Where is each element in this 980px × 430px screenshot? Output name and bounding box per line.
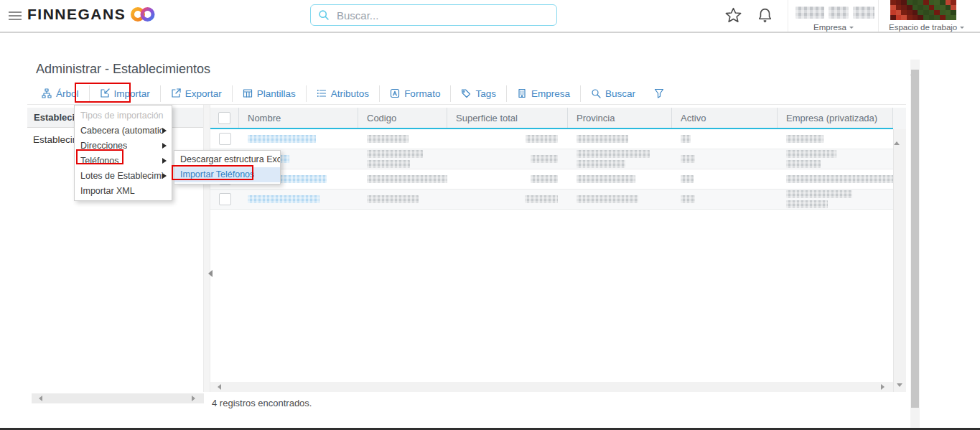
sidebar-collapse-strip[interactable] (203, 105, 210, 392)
redacted-text (531, 155, 558, 163)
table-vertical-scrollbar[interactable] (893, 129, 906, 392)
records-table: NombreCodigoSuperficie totalProvinciaAct… (210, 108, 906, 392)
menu-item-telefonos[interactable]: Teléfonos (75, 154, 172, 169)
building-icon (517, 88, 527, 98)
toolbar-button-formato[interactable]: Formato (379, 85, 450, 102)
toolbar-button-label: Importar (114, 88, 150, 99)
workspace-switcher[interactable]: Espacio de trabajo (889, 23, 964, 32)
redacted-text (367, 175, 447, 183)
top-bar: FINNEGANS (0, 0, 980, 33)
menu-item-lotes-de-establecimientos[interactable]: Lotes de Establecimientos (75, 169, 172, 184)
column-header-provincia[interactable]: Provincia (568, 108, 672, 128)
import-menu-items: Cabecera (automatico)DireccionesTeléfono… (75, 123, 172, 199)
table-row[interactable] (210, 190, 893, 210)
table-row[interactable] (210, 149, 893, 169)
filter-button[interactable] (645, 85, 673, 101)
redacted-text (577, 135, 628, 143)
search-icon (318, 9, 330, 21)
submenu-arrow-icon (162, 158, 169, 164)
cell-provincia (568, 129, 672, 149)
menu-item-label: Teléfonos (80, 156, 119, 166)
redacted-text (577, 195, 638, 203)
column-header-codigo[interactable]: Codigo (358, 108, 447, 128)
column-header-empresa-privatizada[interactable]: Empresa (privatizada) (778, 108, 893, 128)
toolbar-button-arbol[interactable]: Árbol (32, 85, 89, 102)
infinity-logo-icon (130, 6, 156, 22)
menu-item-cabecera-automatico[interactable]: Cabecera (automatico) (75, 123, 172, 139)
cell-empresa (778, 169, 893, 189)
redacted-text (681, 155, 695, 163)
toolbar-button-label: Exportar (185, 88, 222, 99)
cell-empresa (778, 129, 893, 149)
submenu-item-importar-telefonos[interactable]: Importar Teléfonos (174, 167, 280, 182)
sidebar-horizontal-scrollbar[interactable] (32, 393, 204, 403)
redacted-text (525, 195, 558, 203)
select-all-checkbox[interactable] (218, 112, 230, 124)
column-header-nombre[interactable]: Nombre (239, 108, 358, 128)
row-checkbox[interactable] (219, 193, 231, 205)
cell-nombre[interactable] (239, 129, 358, 149)
redacted-text (681, 175, 694, 183)
redacted-text (367, 150, 423, 158)
redacted-text (367, 160, 410, 168)
toolbar-button-plantillas[interactable]: Plantillas (232, 85, 306, 102)
page-vertical-scrollbar[interactable] (910, 60, 920, 430)
menu-item-label: Descargar estructura Excel (180, 155, 280, 164)
scroll-left-icon (215, 384, 221, 390)
toolbar-button-label: Plantillas (257, 88, 296, 99)
column-header-superficie-total[interactable]: Superficie total (447, 108, 568, 128)
format-icon (390, 88, 400, 98)
toolbar-button-atributos[interactable]: Atributos (306, 85, 379, 102)
scroll-left-icon (36, 396, 42, 401)
cell-empresa (778, 190, 893, 209)
header-divider (788, 0, 788, 32)
toolbar-button-label: Árbol (56, 88, 79, 99)
cell-nombre[interactable] (239, 190, 358, 209)
cell-codigo (358, 190, 447, 209)
workspace-switcher-label: Espacio de trabajo (889, 23, 957, 32)
toolbar-button-exportar[interactable]: Exportar (160, 85, 232, 102)
redacted-text (786, 135, 823, 143)
toolbar-button-empresa[interactable]: Empresa (506, 85, 580, 102)
toolbar-button-label: Tags (475, 88, 496, 99)
submenu-arrow-icon (162, 173, 169, 179)
toolbar-button-buscar[interactable]: Buscar (580, 85, 645, 102)
redacted-text (577, 150, 650, 158)
redacted-text (248, 135, 316, 143)
notifications-bell-icon[interactable] (756, 6, 774, 24)
company-switcher[interactable]: Empresa (813, 23, 854, 32)
row-checkbox[interactable] (219, 133, 231, 145)
redacted-text (681, 195, 695, 203)
table-row[interactable] (210, 129, 893, 149)
search-input[interactable] (335, 9, 549, 22)
toolbar-button-tags[interactable]: Tags (450, 85, 506, 102)
menu-item-direcciones[interactable]: Direcciones (75, 139, 172, 154)
redacted-text (248, 195, 319, 203)
cell-codigo (358, 169, 447, 189)
cell-checkbox (210, 129, 239, 149)
toolbar-button-importar[interactable]: Importar (89, 85, 160, 102)
menu-item-label: Importar XML (80, 187, 135, 196)
cell-codigo (358, 149, 447, 169)
cell-provincia (568, 149, 672, 169)
scrollbar-thumb[interactable] (911, 70, 919, 408)
toolbar-button-label: Atributos (331, 88, 369, 99)
hamburger-menu-icon[interactable] (9, 11, 22, 20)
tag-icon (461, 88, 471, 98)
app-window: FINNEGANS (0, 0, 980, 430)
menu-item-label: Cabecera (automatico) (80, 126, 164, 136)
table-header-row: NombreCodigoSuperficie totalProvinciaAct… (210, 108, 893, 128)
toolbar-button-label: Formato (404, 88, 440, 99)
submenu-item-descargar-estructura-excel[interactable]: Descargar estructura Excel (174, 152, 280, 167)
favorites-star-icon[interactable] (724, 6, 742, 24)
toolbar-button-label: Buscar (605, 88, 635, 99)
table-horizontal-scrollbar[interactable] (210, 382, 893, 392)
cell-superficie (447, 190, 568, 209)
column-header-activo[interactable]: Activo (672, 108, 778, 128)
table-body (210, 129, 893, 210)
cell-checkbox (210, 190, 239, 209)
menu-item-importar-xml[interactable]: Importar XML (75, 184, 172, 199)
company-switcher-label: Empresa (813, 23, 846, 32)
redacted-text (681, 135, 691, 143)
table-row[interactable] (210, 169, 893, 190)
